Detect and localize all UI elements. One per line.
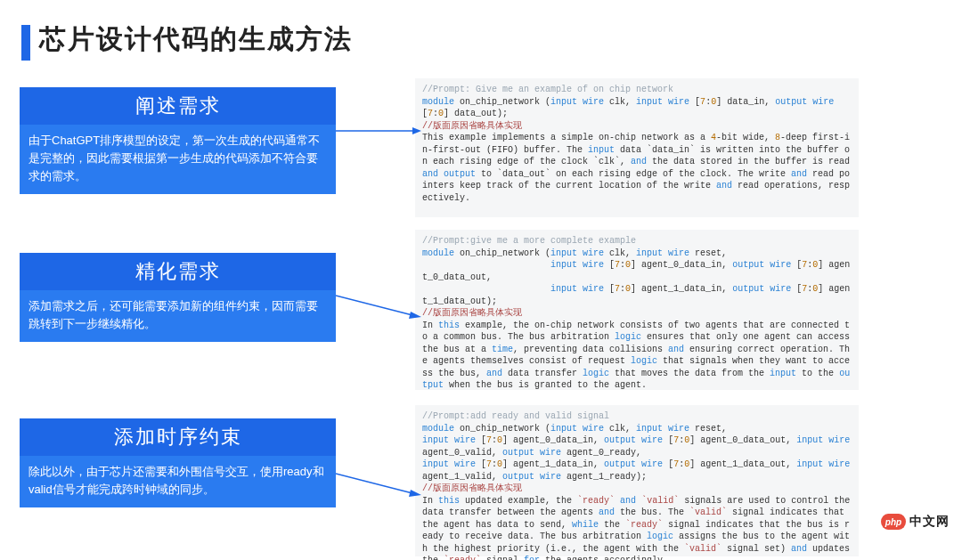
arrow-2 [336,294,421,321]
step-2-body: 添加需求之后，还可能需要添加新的组件约束，因而需要跳转到下一步继续精化。 [20,290,336,342]
code2-note: //版面原因省略具体实现 [422,308,522,318]
page-title: 芯片设计代码的生成方法 [39,21,353,58]
code1-prompt: //Prompt: Give me an example of on chip … [422,85,673,94]
step-3-body: 除此以外，由于芯片还需要和外围信号交互，使用ready和valid信号才能完成跨… [20,456,336,507]
svg-line-4 [336,474,412,493]
step-1-header: 阐述需求 [20,87,336,125]
arrow-1 [336,125,421,137]
step-1-body: 由于ChatGPT排序模型的设定，第一次生成的代码通常不是完整的，因此需要根据第… [20,125,336,194]
code-block-2: //Prompt:give me a more complete example… [415,230,859,390]
step-2-header: 精化需求 [20,253,336,290]
arrow-3 [336,472,421,499]
code2-prompt: //Prompt:give me a more complete example [422,236,636,246]
svg-line-2 [336,296,412,315]
code1-note: //版面原因省略具体实现 [422,121,522,131]
code3-prompt: //Prompt:add ready and valid signal [422,411,609,421]
code-block-3: //Prompt:add ready and valid signal modu… [415,405,859,556]
code-block-1: //Prompt: Give me an example of on chip … [415,78,859,217]
title-accent-bar [21,25,30,61]
code3-note: //版面原因省略具体实现 [422,483,522,493]
site-logo: php 中文网 [881,514,950,530]
step-3: 添加时序约束 除此以外，由于芯片还需要和外围信号交互，使用ready和valid… [20,418,336,507]
step-2: 精化需求 添加需求之后，还可能需要添加新的组件约束，因而需要跳转到下一步继续精化… [20,253,336,342]
code1-desc: This example implements a simple on-chip… [422,133,855,203]
step-3-header: 添加时序约束 [20,418,336,456]
logo-text: 中文网 [909,514,950,530]
step-1: 阐述需求 由于ChatGPT排序模型的设定，第一次生成的代码通常不是完整的，因此… [20,87,336,194]
logo-icon: php [881,514,906,530]
